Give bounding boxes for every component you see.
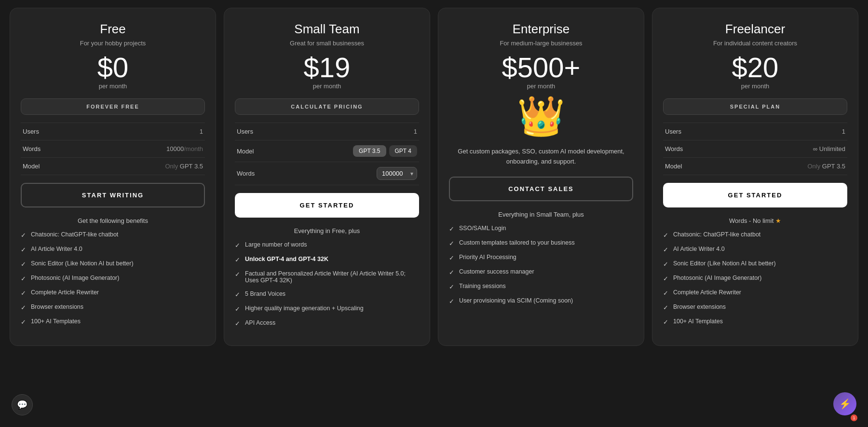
benefit-item: ✓Photosonic (AI Image Generator) bbox=[663, 275, 847, 282]
benefit-item: ✓Sonic Editor (Like Notion AI but better… bbox=[21, 260, 205, 268]
benefit-item: ✓SSO/SAML Login bbox=[449, 225, 633, 233]
check-icon: ✓ bbox=[663, 261, 668, 268]
plan-period-free: per month bbox=[21, 83, 205, 90]
benefit-item: ✓API Access bbox=[235, 319, 419, 327]
free-benefits-title: Get the following benefits bbox=[21, 217, 205, 224]
benefit-item: ✓100+ AI Templates bbox=[21, 318, 205, 326]
words-select[interactable]: 100000 50000 200000 bbox=[377, 167, 417, 180]
plan-price-enterprise: $500+ bbox=[449, 54, 633, 82]
check-icon: ✓ bbox=[449, 225, 454, 233]
pricing-grid: Free For your hobby projects $0 per mont… bbox=[10, 8, 858, 346]
benefit-item: ✓Unlock GPT-4 and GPT-4 32K bbox=[235, 256, 419, 263]
benefit-item: ✓Higher quality image generation + Upsca… bbox=[235, 305, 419, 313]
check-icon: ✓ bbox=[21, 289, 26, 297]
benefit-item: ✓Training sessions bbox=[449, 283, 633, 290]
plan-badge-small-team: CALCULATE PRICING bbox=[235, 98, 419, 115]
check-icon: ✓ bbox=[449, 254, 454, 262]
spec-row-model-fl: Model Only GPT 3.5 bbox=[663, 158, 847, 175]
spec-row-words-st: Words 100000 50000 200000 bbox=[235, 162, 419, 185]
benefit-item: ✓Browser extensions bbox=[21, 303, 205, 311]
plan-name-enterprise: Enterprise bbox=[449, 22, 633, 37]
spec-value-model-fl: Only GPT 3.5 bbox=[807, 163, 845, 170]
small-team-benefits-title: Everything in Free, plus bbox=[235, 227, 419, 234]
spec-row-words: Words 10000/month bbox=[21, 140, 205, 158]
spec-row-words-fl: Words ∞ Unlimited bbox=[663, 140, 847, 158]
plan-card-enterprise: Enterprise For medium-large businesses $… bbox=[438, 8, 644, 346]
benefit-item: ✓AI Article Writer 4.0 bbox=[21, 246, 205, 253]
spec-label-words: Words bbox=[23, 145, 41, 152]
benefit-item: ✓Sonic Editor (Like Notion AI but better… bbox=[663, 260, 847, 268]
check-icon: ✓ bbox=[21, 232, 26, 239]
star-icon: ★ bbox=[775, 217, 781, 224]
small-team-cta-button[interactable]: GET STARTED bbox=[235, 193, 419, 218]
free-cta-button[interactable]: START WRITING bbox=[21, 183, 205, 207]
spec-label-model-fl: Model bbox=[665, 163, 682, 170]
spec-row-model-st: Model GPT 3.5 GPT 4 bbox=[235, 140, 419, 162]
check-icon: ✓ bbox=[235, 256, 240, 263]
check-icon: ✓ bbox=[235, 320, 240, 327]
plan-name-free: Free bbox=[21, 22, 205, 37]
check-icon: ✓ bbox=[235, 242, 240, 249]
check-icon: ✓ bbox=[21, 246, 26, 253]
crown-icon: 👑 bbox=[517, 94, 565, 139]
plan-specs-freelancer: Users 1 Words ∞ Unlimited Model Only GPT… bbox=[663, 123, 847, 175]
spec-value-users-st: 1 bbox=[414, 128, 417, 135]
benefit-item: ✓AI Article Writer 4.0 bbox=[663, 246, 847, 253]
benefit-item: ✓Chatsonic: ChatGPT-like chatbot bbox=[663, 231, 847, 239]
check-icon: ✓ bbox=[235, 291, 240, 298]
spec-label-model: Model bbox=[23, 163, 40, 170]
benefit-item: ✓Browser extensions bbox=[663, 303, 847, 311]
spec-value-words: 10000/month bbox=[166, 145, 203, 152]
benefit-item: ✓5 Brand Voices bbox=[235, 290, 419, 298]
plan-subtitle-free: For your hobby projects bbox=[21, 40, 205, 47]
benefit-item: ✓Photosonic (AI Image Generator) bbox=[21, 275, 205, 282]
plan-price-small-team: $19 bbox=[235, 54, 419, 82]
words-select-wrapper: 100000 50000 200000 bbox=[377, 167, 417, 180]
notification-badge: 1 bbox=[851, 414, 857, 421]
enterprise-description: Get custom packages, SSO, custom AI mode… bbox=[449, 147, 633, 167]
check-icon: ✓ bbox=[21, 261, 26, 268]
model-gpt35-button[interactable]: GPT 3.5 bbox=[353, 145, 386, 157]
check-icon: ✓ bbox=[21, 318, 26, 326]
benefit-item: ✓Complete Article Rewriter bbox=[663, 289, 847, 297]
plan-specs-small-team: Users 1 Model GPT 3.5 GPT 4 Words 100000… bbox=[235, 123, 419, 185]
check-icon: ✓ bbox=[21, 304, 26, 311]
spec-label-users-fl: Users bbox=[665, 128, 681, 135]
plan-badge-freelancer: SPECIAL PLAN bbox=[663, 98, 847, 115]
spec-label-users: Users bbox=[23, 128, 39, 135]
plan-subtitle-small-team: Great for small businesses bbox=[235, 40, 419, 47]
plan-period-enterprise: per month bbox=[449, 83, 633, 90]
spec-value-users: 1 bbox=[200, 128, 203, 135]
chat-icon: 💬 bbox=[17, 399, 27, 410]
chat-bubble-button[interactable]: 💬 bbox=[12, 394, 33, 415]
check-icon: ✓ bbox=[235, 305, 240, 313]
spec-label-users-st: Users bbox=[237, 128, 253, 135]
support-icon-button[interactable]: ⚡ bbox=[833, 392, 856, 415]
check-icon: ✓ bbox=[449, 269, 454, 276]
model-gpt4-button[interactable]: GPT 4 bbox=[389, 145, 417, 157]
benefit-item: ✓Priority AI Processing bbox=[449, 254, 633, 262]
check-icon: ✓ bbox=[449, 240, 454, 247]
plan-price-free: $0 bbox=[21, 54, 205, 82]
plan-card-small-team: Small Team Great for small businesses $1… bbox=[224, 8, 430, 346]
enterprise-cta-button[interactable]: CONTACT SALES bbox=[449, 177, 633, 201]
freelancer-cta-button[interactable]: GET STARTED bbox=[663, 183, 847, 207]
plan-card-free: Free For your hobby projects $0 per mont… bbox=[10, 8, 216, 346]
spec-row-users-st: Users 1 bbox=[235, 123, 419, 140]
spec-value-users-fl: 1 bbox=[842, 128, 845, 135]
benefit-item: ✓100+ AI Templates bbox=[663, 318, 847, 326]
plan-card-freelancer: Freelancer For individual content creato… bbox=[652, 8, 858, 346]
spec-row-users-fl: Users 1 bbox=[663, 123, 847, 140]
spec-label-words-st: Words bbox=[237, 170, 255, 177]
plan-subtitle-freelancer: For individual content creators bbox=[663, 40, 847, 47]
check-icon: ✓ bbox=[663, 318, 668, 326]
check-icon: ✓ bbox=[663, 246, 668, 253]
plan-period-small-team: per month bbox=[235, 83, 419, 90]
benefit-item: ✓Custom templates tailored to your busin… bbox=[449, 239, 633, 247]
spec-row-model: Model Only GPT 3.5 bbox=[21, 158, 205, 175]
enterprise-center: 👑 Get custom packages, SSO, custom AI mo… bbox=[449, 98, 633, 177]
plan-price-freelancer: $20 bbox=[663, 54, 847, 82]
benefit-item: ✓User provisioning via SCIM (Coming soon… bbox=[449, 297, 633, 305]
check-icon: ✓ bbox=[235, 271, 240, 278]
spec-row-users: Users 1 bbox=[21, 123, 205, 140]
